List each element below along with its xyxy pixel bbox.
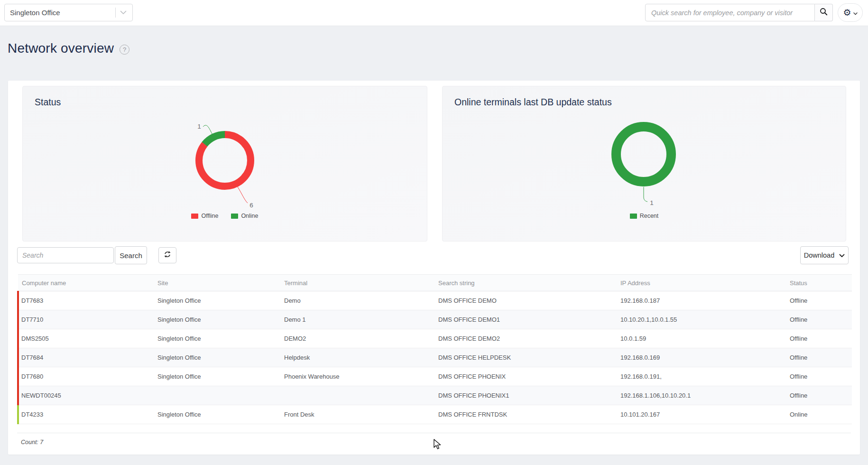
cell-ip: 192.168.0.169: [620, 348, 790, 367]
page-header: Network overview ?: [8, 41, 129, 56]
download-button-label: Download: [804, 251, 835, 259]
cell-status: Offline: [790, 348, 852, 367]
refresh-icon: [164, 251, 171, 260]
cell-terminal: Demo: [284, 291, 438, 310]
cell-computer-name: DT7710: [18, 310, 157, 329]
cell-status: Online: [790, 405, 852, 424]
legend-label: Recent: [640, 213, 659, 219]
col-ip-address[interactable]: IP Address: [620, 275, 790, 291]
cell-search-string: DMS OFFICE PHOENIX: [438, 367, 620, 386]
quick-search-group: [645, 4, 833, 21]
cell-search-string: DMS OFFICE FRNTDSK: [438, 405, 620, 424]
legend-swatch-online: [231, 214, 238, 219]
terminals-table: Computer name Site Terminal Search strin…: [17, 274, 852, 424]
table-row[interactable]: DMS2505Singleton OfficeDEMO2DMS OFFICE D…: [18, 329, 852, 348]
label-line-offline: [238, 187, 248, 203]
cell-status: Offline: [790, 329, 852, 348]
search-icon: [820, 8, 828, 18]
cell-search-string: DMS OFFICE HELPDESK: [438, 348, 620, 367]
refresh-button[interactable]: [158, 247, 176, 263]
donut-slice-recent[interactable]: [616, 127, 671, 182]
cell-site: Singleton Office: [157, 367, 284, 386]
cell-site: Singleton Office: [157, 329, 284, 348]
chevron-down-icon: [116, 10, 132, 15]
legend-item-online[interactable]: Online: [231, 213, 258, 219]
site-selector-value: Singleton Office: [5, 9, 115, 17]
cell-search-string: DMS OFFICE DEMO1: [438, 310, 620, 329]
chevron-down-icon: [839, 251, 845, 259]
legend-item-offline[interactable]: Offline: [191, 213, 218, 219]
db-update-chart-panel: Online terminals last DB update status 1…: [442, 86, 846, 242]
content-card: Status 1 6 Offline Online Online termina…: [8, 81, 860, 455]
quick-search-input[interactable]: [645, 4, 815, 21]
cell-computer-name: DT7680: [18, 367, 157, 386]
cell-computer-name: DT4233: [18, 405, 157, 424]
site-selector[interactable]: Singleton Office: [4, 4, 133, 21]
table-body: DT7683Singleton OfficeDemoDMS OFFICE DEM…: [18, 291, 852, 424]
chart-legend: Recent: [443, 213, 846, 219]
legend-swatch-recent: [630, 214, 637, 219]
cell-search-string: DMS OFFICE DEMO: [438, 291, 620, 310]
col-search-string[interactable]: Search string: [438, 275, 620, 291]
label-line-recent: [644, 187, 647, 202]
cell-status: Offline: [790, 310, 852, 329]
cell-search-string: DMS OFFICE DEMO2: [438, 329, 620, 348]
table-header-row: Computer name Site Terminal Search strin…: [18, 275, 852, 291]
settings-menu-button[interactable]: ⚙: [838, 3, 863, 22]
cell-computer-name: DT7684: [18, 348, 157, 367]
legend-label: Offline: [201, 213, 218, 219]
cell-site: Singleton Office: [157, 310, 284, 329]
cell-status: Offline: [790, 291, 852, 310]
row-count: Count: 7: [17, 433, 851, 446]
gear-icon: ⚙: [843, 8, 851, 17]
table-footer: Count: 7: [17, 433, 851, 446]
cell-terminal: DEMO2: [284, 329, 438, 348]
table-row[interactable]: DT7684Singleton OfficeHelpdeskDMS OFFICE…: [18, 348, 852, 367]
cell-status: Offline: [790, 386, 852, 405]
cell-site: [157, 386, 284, 405]
cell-computer-name: DMS2505: [18, 329, 157, 348]
cell-terminal: Front Desk: [284, 405, 438, 424]
cell-site: Singleton Office: [157, 291, 284, 310]
legend-item-recent[interactable]: Recent: [630, 213, 659, 219]
cell-ip: 10.0.1.59: [620, 329, 790, 348]
table-search-input[interactable]: [17, 247, 114, 263]
cell-ip: 192.168.1.106,10.10.20.1: [620, 386, 790, 405]
cell-status: Offline: [790, 367, 852, 386]
col-terminal[interactable]: Terminal: [284, 275, 438, 291]
cell-ip: 192.168.0.191,: [620, 367, 790, 386]
data-label-offline: 6: [249, 202, 253, 209]
label-line-online: [203, 125, 212, 134]
page-title: Network overview: [8, 41, 114, 56]
table-row[interactable]: DT7710Singleton OfficeDemo 1DMS OFFICE D…: [18, 310, 852, 329]
chevron-down-icon: [853, 9, 858, 17]
chart-legend: Offline Online: [23, 213, 427, 219]
cell-ip: 192.168.0.187: [620, 291, 790, 310]
col-site[interactable]: Site: [157, 275, 284, 291]
data-label-recent: 1: [650, 199, 654, 206]
cell-site: Singleton Office: [157, 348, 284, 367]
help-icon[interactable]: ?: [120, 45, 129, 55]
download-button[interactable]: Download: [800, 246, 849, 264]
cell-computer-name: DT7683: [18, 291, 157, 310]
cell-terminal: Helpdesk: [284, 348, 438, 367]
table-row[interactable]: DT7683Singleton OfficeDemoDMS OFFICE DEM…: [18, 291, 852, 310]
col-status[interactable]: Status: [790, 275, 852, 291]
col-computer-name[interactable]: Computer name: [18, 275, 157, 291]
quick-search-button[interactable]: [815, 4, 833, 21]
cell-terminal: Phoenix Warehouse: [284, 367, 438, 386]
cell-terminal: Demo 1: [284, 310, 438, 329]
table-row[interactable]: DT7680Singleton OfficePhoenix WarehouseD…: [18, 367, 852, 386]
table-row[interactable]: DT4233Singleton OfficeFront DeskDMS OFFI…: [18, 405, 852, 424]
top-bar: Singleton Office ⚙: [0, 0, 868, 26]
data-label-online: 1: [197, 123, 201, 130]
cell-search-string: DMS OFFICE PHOENIX1: [438, 386, 620, 405]
cell-site: Singleton Office: [157, 405, 284, 424]
cell-computer-name: NEWDT00245: [18, 386, 157, 405]
legend-swatch-offline: [191, 214, 198, 219]
legend-label: Online: [241, 213, 258, 219]
cell-ip: 10.10.20.1,10.0.1.55: [620, 310, 790, 329]
table-row[interactable]: NEWDT00245DMS OFFICE PHOENIX1192.168.1.1…: [18, 386, 852, 405]
status-chart-panel: Status 1 6 Offline Online: [22, 86, 427, 242]
table-search-button[interactable]: Search: [115, 246, 147, 264]
